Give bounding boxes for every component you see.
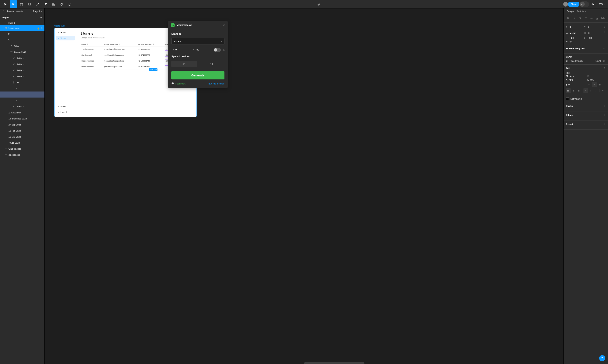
layer-row[interactable] bbox=[0, 31, 44, 37]
letter-spacing-input[interactable]: 0% bbox=[591, 79, 594, 81]
pen-tool[interactable] bbox=[34, 0, 41, 8]
search-icon[interactable] bbox=[2, 10, 5, 13]
layer-row[interactable] bbox=[0, 85, 44, 91]
align-vcenter-button[interactable] bbox=[589, 16, 594, 21]
paragraph-spacing-input[interactable]: 0 bbox=[568, 83, 569, 86]
layer-row[interactable]: Users table🔒👁 bbox=[0, 25, 44, 31]
table-header[interactable]: PHONE NUMBER bbox=[137, 42, 164, 46]
add-export-button[interactable]: + bbox=[604, 122, 606, 126]
symbol-before-button[interactable]: $1 bbox=[171, 61, 197, 67]
y-value[interactable]: 0 bbox=[588, 26, 598, 28]
fill-swatch[interactable] bbox=[566, 97, 569, 100]
layer-row[interactable]: Table b... bbox=[0, 61, 44, 67]
lock-icon[interactable]: 🔒 bbox=[37, 27, 40, 30]
resources-tool[interactable] bbox=[50, 0, 58, 8]
dev-mode-toggle[interactable] bbox=[580, 1, 589, 7]
layer-row[interactable]: Fr... bbox=[0, 79, 44, 85]
align-top-button[interactable] bbox=[583, 16, 588, 21]
layer-row[interactable]: dpietranekd bbox=[0, 152, 44, 158]
move-tool[interactable] bbox=[10, 0, 17, 8]
feedback-link[interactable]: 💬 Feedback? bbox=[171, 82, 186, 85]
layer-row[interactable] bbox=[0, 91, 44, 98]
align-hcenter-button[interactable] bbox=[572, 16, 577, 21]
symbol-toggle[interactable] bbox=[214, 48, 221, 52]
figma-menu-button[interactable] bbox=[2, 0, 9, 8]
detach-style-button[interactable]: — bbox=[603, 98, 606, 100]
frame-tool[interactable] bbox=[18, 0, 25, 8]
visibility-toggle[interactable] bbox=[603, 60, 606, 62]
symbol-after-button[interactable]: 1$ bbox=[199, 61, 224, 67]
generate-button[interactable]: Generate bbox=[171, 71, 224, 79]
layer-row[interactable]: Frame 1949 bbox=[0, 49, 44, 55]
align-bottom-button[interactable] bbox=[595, 16, 600, 21]
align-to-pixel-button[interactable] bbox=[602, 25, 607, 29]
distribute-button[interactable] bbox=[601, 16, 606, 21]
sidebar-item-home[interactable]: ○Home bbox=[56, 30, 75, 35]
user-avatar[interactable] bbox=[563, 2, 568, 7]
auto-width-button[interactable]: ↔ bbox=[587, 82, 592, 87]
table-header[interactable]: NAME bbox=[81, 42, 103, 46]
fixed-size-button[interactable]: ▭ bbox=[597, 82, 602, 87]
frame-label[interactable]: Users table bbox=[54, 25, 65, 27]
font-family-select[interactable]: Inter bbox=[566, 71, 606, 75]
tab-assets[interactable]: Assets bbox=[16, 10, 23, 13]
sidebar-item-profile[interactable]: ○Profile bbox=[56, 104, 75, 109]
shape-tool[interactable] bbox=[26, 0, 33, 8]
rotation-value[interactable]: 0° bbox=[569, 40, 580, 43]
table-header[interactable]: EMAIL ADDRESS bbox=[103, 42, 137, 46]
comment-tool[interactable] bbox=[66, 0, 74, 8]
horizontal-scrollbar[interactable] bbox=[304, 362, 364, 364]
opacity-value[interactable]: 100% bbox=[595, 60, 601, 62]
w-value[interactable]: Mixed bbox=[569, 32, 580, 34]
x-value[interactable]: 0 bbox=[569, 26, 580, 28]
canvas[interactable]: Users table ○Home○Users○Profile○Logout U… bbox=[45, 8, 563, 364]
text-align-left-button[interactable] bbox=[566, 88, 570, 93]
text-align-right-button[interactable] bbox=[576, 88, 581, 93]
history-button[interactable] bbox=[315, 0, 322, 8]
share-button[interactable]: Share bbox=[568, 2, 579, 7]
page-selector[interactable]: Page 1 bbox=[33, 10, 42, 13]
layer-row[interactable] bbox=[0, 37, 44, 43]
layer-row[interactable]: SIDEBAR bbox=[0, 110, 44, 116]
help-button[interactable]: ? bbox=[599, 355, 605, 361]
zoom-dropdown[interactable]: 60% bbox=[597, 3, 606, 5]
layer-row[interactable]: Table b... bbox=[0, 55, 44, 61]
text-valign-top-button[interactable]: ↑ bbox=[583, 88, 588, 93]
text-valign-bottom-button[interactable]: ↓ bbox=[594, 88, 598, 93]
hand-tool[interactable] bbox=[58, 0, 65, 8]
layer-row[interactable]: 7 Sep 2023 bbox=[0, 140, 44, 146]
range-max-input[interactable] bbox=[196, 48, 211, 51]
text-align-center-button[interactable] bbox=[571, 88, 576, 93]
text-tool[interactable] bbox=[42, 0, 50, 8]
vresize-value[interactable]: Hug bbox=[588, 37, 598, 39]
text-more-options-button[interactable]: ⋯ bbox=[601, 88, 606, 93]
range-max-field[interactable]: ⇤ bbox=[193, 47, 212, 52]
layer-row[interactable]: Table b... bbox=[0, 73, 44, 79]
dataset-select[interactable]: Money bbox=[171, 38, 224, 44]
layer-row[interactable]: Table b... bbox=[0, 67, 44, 73]
layer-row[interactable] bbox=[0, 98, 44, 104]
layer-row[interactable]: 27 Sep 2023 bbox=[0, 122, 44, 128]
constrain-proportions-button[interactable] bbox=[602, 31, 607, 35]
layer-row[interactable]: 19 undefined 2023 bbox=[0, 116, 44, 122]
present-button[interactable] bbox=[590, 0, 597, 8]
font-weight-select[interactable]: Medium bbox=[566, 75, 576, 77]
add-effect-button[interactable]: + bbox=[604, 113, 606, 117]
add-page-button[interactable]: + bbox=[40, 16, 42, 19]
layer-row[interactable]: 15 Mar 2023 bbox=[0, 134, 44, 140]
range-min-input[interactable] bbox=[175, 48, 190, 51]
align-right-button[interactable] bbox=[578, 16, 582, 21]
h-value[interactable]: 19 bbox=[588, 32, 598, 34]
align-left-button[interactable] bbox=[566, 16, 571, 21]
add-stroke-button[interactable]: + bbox=[604, 104, 606, 108]
component-options-button[interactable]: ⋯ bbox=[603, 47, 606, 50]
auto-height-button[interactable]: ≡ bbox=[592, 82, 597, 87]
page-row[interactable]: ✓ Page 1 bbox=[0, 21, 44, 25]
tab-prototype[interactable]: Prototype bbox=[577, 10, 586, 13]
tab-layers[interactable]: Layers bbox=[7, 10, 14, 13]
range-min-field[interactable]: ⇥ bbox=[171, 47, 191, 52]
blend-mode-select[interactable]: Pass through bbox=[569, 60, 594, 62]
sidebar-item-users[interactable]: ○Users bbox=[56, 36, 75, 40]
layer-row[interactable]: Table b... bbox=[0, 104, 44, 110]
layer-row[interactable]: Table b... bbox=[0, 43, 44, 49]
